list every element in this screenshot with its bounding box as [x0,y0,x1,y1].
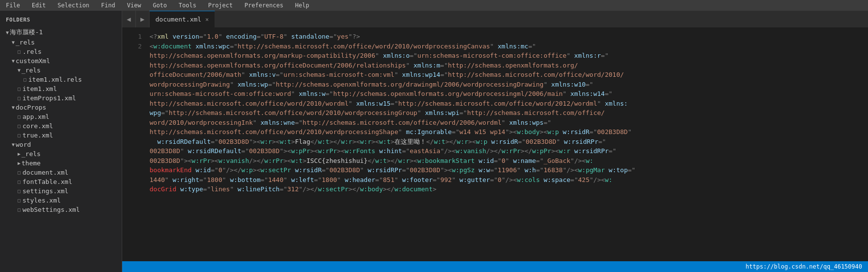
line-numbers: 1 2 [122,28,146,261]
tab-bar: ◀ ▶ document.xml × [122,11,868,28]
sidebar-item-customxml[interactable]: ▼ customXml [0,56,122,66]
menu-selection[interactable]: Selection [56,1,91,10]
folder-label: theme [22,159,41,167]
sidebar-item-customxml-rels[interactable]: ▼ _rels [0,66,122,75]
file-label: item1.xml [22,85,57,92]
sidebar-item-root[interactable]: ▼ 海市蜃楼-1 [0,27,122,38]
file-icon: □ [18,95,21,101]
folder-label: _rels [16,39,35,46]
menu-project[interactable]: Project [206,1,235,10]
sidebar-item-word[interactable]: ▼ word [0,140,122,149]
sidebar-item-corexml[interactable]: □ core.xml [0,121,122,131]
file-icon: □ [18,198,21,203]
folder-label: word [16,141,31,148]
menu-tools[interactable]: Tools [177,1,198,10]
file-icon: □ [18,49,21,54]
folder-label: docProps [16,104,46,111]
sidebar-item-fonttablexml[interactable]: □ fontTable.xml [0,177,122,186]
menu-help[interactable]: Help [293,1,311,10]
file-icon: □ [18,123,21,129]
nav-forward-button[interactable]: ▶ [136,11,150,27]
menu-preferences[interactable]: Preferences [242,1,285,10]
file-label: app.xml [22,113,49,120]
sidebar-item-settingsxml[interactable]: □ settings.xml [0,186,122,196]
line-number-2: 2 [122,42,142,51]
file-icon: □ [18,114,21,119]
scrollbar[interactable] [863,28,868,261]
menu-find[interactable]: Find [99,1,117,10]
arrow-icon: ▼ [6,30,9,35]
file-label: core.xml [22,122,53,130]
arrow-icon: ▼ [18,68,21,73]
sidebar-item-item1xml[interactable]: □ item1.xml [0,84,122,93]
file-label: webSettings.xml [22,206,80,213]
code-view[interactable]: <?xml version="1.0" encoding="UTF-8" sta… [146,28,863,261]
sidebar-item-websettingsxml[interactable]: □ webSettings.xml [0,205,122,214]
file-icon: □ [18,188,21,194]
sidebar-item-item1xmlrels[interactable]: □ item1.xml.rels [0,75,122,84]
tab-label: document.xml [155,16,201,23]
status-url: https://blog.csdn.net/qq_46150940 [746,263,862,270]
sidebar-item-theme[interactable]: ▶ theme [0,159,122,168]
sidebar-item-itemprops1xml[interactable]: □ itemProps1.xml [0,93,122,103]
file-icon: □ [23,77,26,82]
file-icon: □ [18,179,21,184]
arrow-icon: ▼ [12,105,15,110]
file-label: .rels [22,48,42,55]
file-icon: □ [18,170,21,175]
file-label: true.xml [22,132,53,139]
file-label: item1.xml.rels [28,76,82,83]
editor-wrapper: ◀ ▶ document.xml × 1 2 <?xml version="1.… [122,11,868,272]
sidebar-item-word-rels[interactable]: ▶ _rels [0,149,122,159]
file-label: settings.xml [22,187,68,195]
arrow-icon: ▼ [12,40,15,45]
menu-view[interactable]: View [125,1,143,10]
sidebar-item-stylesxml[interactable]: □ styles.xml [0,196,122,205]
sidebar-item-truexml[interactable]: □ true.xml [0,131,122,140]
status-bar: https://blog.csdn.net/qq_46150940 [122,261,868,272]
folder-label: _rels [22,67,41,74]
file-icon: □ [18,86,21,91]
main-layout: FOLDERS ▼ 海市蜃楼-1 ▼ _rels □ .rels ▼ custo… [0,11,868,272]
sidebar-item-documentxml[interactable]: □ document.xml [0,168,122,177]
sidebar-item-rels-file[interactable]: □ .rels [0,47,122,56]
menu-goto[interactable]: Goto [151,1,169,10]
sidebar-item-appxml[interactable]: □ app.xml [0,112,122,121]
arrow-icon: ▶ [18,160,21,166]
sidebar-item-rels-top[interactable]: ▼ _rels [0,38,122,47]
tab-document-xml[interactable]: document.xml × [150,11,215,27]
file-icon: □ [18,207,21,212]
menu-file[interactable]: File [4,1,22,10]
arrow-icon: ▶ [18,151,21,157]
tab-close-button[interactable]: × [205,17,209,23]
folder-label: customXml [16,57,50,65]
editor-content: 1 2 <?xml version="1.0" encoding="UTF-8"… [122,28,868,261]
file-label: styles.xml [22,197,61,204]
menu-edit[interactable]: Edit [30,1,48,10]
arrow-icon: ▼ [12,142,15,147]
arrow-icon: ▼ [12,58,15,64]
file-label: document.xml [22,169,68,176]
folders-header: FOLDERS [0,15,122,27]
menubar: File Edit Selection Find View Goto Tools… [0,0,868,11]
sidebar-item-docprops[interactable]: ▼ docProps [0,103,122,112]
nav-back-button[interactable]: ◀ [122,11,136,27]
sidebar: FOLDERS ▼ 海市蜃楼-1 ▼ _rels □ .rels ▼ custo… [0,11,122,272]
file-label: itemProps1.xml [22,94,76,102]
folder-label: _rels [22,150,41,158]
file-label: fontTable.xml [22,178,72,185]
line-number-1: 1 [122,32,142,42]
file-icon: □ [18,133,21,138]
folder-label: 海市蜃楼-1 [10,28,43,37]
